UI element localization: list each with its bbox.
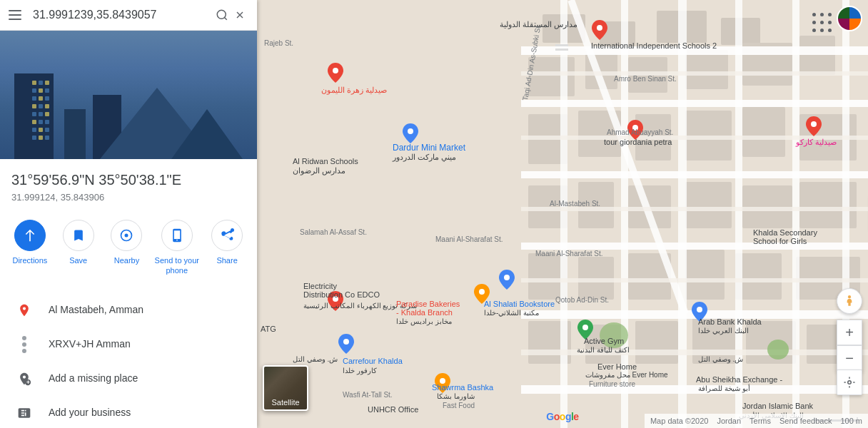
- directions-icon-circle: [14, 220, 46, 251]
- pin-dardur[interactable]: [403, 123, 418, 146]
- coordinates-section: 31°59'56.9"N 35°50'38.1"E 31.999124, 35.…: [0, 159, 257, 208]
- directions-button[interactable]: Directions: [9, 220, 51, 276]
- send-to-phone-icon-circle: [161, 220, 193, 251]
- svg-point-78: [440, 378, 445, 384]
- pin-carrefour[interactable]: [338, 334, 354, 357]
- mountain2: [171, 109, 243, 159]
- google-logo-g2: g: [565, 411, 571, 422]
- google-logo-o2: o: [560, 411, 565, 422]
- app-dot: [820, 21, 824, 24]
- svg-rect-48: [560, 0, 567, 428]
- directions-label: Directions: [12, 255, 47, 265]
- pin-atg[interactable]: [328, 291, 343, 314]
- svg-point-68: [408, 128, 413, 134]
- svg-rect-55: [521, 71, 868, 76]
- window: [39, 88, 43, 93]
- search-button[interactable]: [213, 6, 231, 24]
- nearby-icon-circle: [111, 220, 142, 251]
- svg-point-60: [600, 322, 628, 348]
- send-to-phone-button[interactable]: Send to your phone: [153, 220, 200, 276]
- svg-point-71: [811, 121, 817, 127]
- window: [45, 128, 49, 132]
- pin-shawrma[interactable]: [435, 373, 450, 396]
- left-panel: ‹: [0, 0, 257, 428]
- svg-rect-43: [521, 100, 868, 107]
- location-item[interactable]: Al Mastabeh, Amman: [0, 293, 257, 327]
- clear-button[interactable]: [231, 6, 248, 24]
- jordan-link[interactable]: Jordan: [717, 417, 741, 425]
- svg-rect-62: [555, 44, 568, 46]
- svg-line-1: [224, 17, 226, 19]
- svg-point-74: [479, 289, 485, 295]
- app-dot: [828, 21, 832, 24]
- user-avatar-button[interactable]: [837, 6, 862, 31]
- menu-button[interactable]: [9, 7, 27, 23]
- svg-rect-45: [521, 243, 868, 250]
- save-button[interactable]: Save: [57, 220, 100, 276]
- nearby-button[interactable]: Nearby: [105, 220, 148, 276]
- add-business-text: Add your business: [49, 406, 131, 420]
- window: [39, 81, 43, 85]
- add-missing-place-item[interactable]: + Add a missing place: [0, 362, 257, 396]
- send-feedback-link[interactable]: Send feedback: [779, 417, 832, 425]
- pin-tour-giordania[interactable]: [627, 120, 643, 143]
- my-location-button[interactable]: [837, 370, 862, 395]
- svg-point-75: [504, 275, 510, 280]
- zoom-out-button[interactable]: −: [837, 345, 862, 371]
- location-text: Al Mastabeh, Amman: [49, 303, 143, 317]
- pin-paradise[interactable]: [474, 284, 490, 307]
- pegman-button[interactable]: [837, 288, 862, 314]
- svg-rect-51: [735, 0, 742, 428]
- map-area[interactable]: مدارس المستقلة الدولية International Ind…: [257, 0, 868, 428]
- add-business-item[interactable]: Add your business: [0, 396, 257, 428]
- search-input[interactable]: [33, 9, 213, 21]
- building2: [64, 109, 86, 159]
- svg-point-76: [582, 325, 588, 330]
- pin-saidalia-arko[interactable]: [806, 116, 822, 139]
- share-button[interactable]: Share: [206, 220, 248, 276]
- svg-rect-49: [621, 0, 628, 428]
- svg-rect-17: [799, 36, 835, 75]
- zoom-in-button[interactable]: +: [837, 320, 862, 345]
- google-logo: Google: [546, 411, 578, 422]
- svg-rect-25: [578, 182, 614, 228]
- plus-code-text: XRXV+JH Amman: [49, 337, 131, 352]
- svg-point-77: [697, 307, 702, 312]
- pin-int-schools[interactable]: [592, 20, 607, 43]
- window: [32, 112, 36, 116]
- window: [32, 88, 36, 93]
- save-label: Save: [69, 255, 87, 265]
- app-dot: [820, 29, 824, 32]
- svg-rect-12: [528, 57, 575, 96]
- svg-point-79: [848, 295, 851, 298]
- google-logo-g: G: [546, 411, 553, 422]
- satellite-preview: Satellite: [264, 367, 307, 409]
- app-dot: [812, 29, 816, 32]
- pin-active-gym[interactable]: [577, 320, 593, 342]
- pin-arab-bank[interactable]: [692, 302, 707, 325]
- plus-code-item[interactable]: XRXV+JH Amman: [0, 327, 257, 362]
- zoom-controls: + −: [837, 320, 862, 371]
- window: [39, 136, 43, 140]
- svg-rect-50: [678, 0, 687, 428]
- satellite-toggle-button[interactable]: Satellite: [263, 365, 308, 411]
- app-dot: [820, 13, 824, 16]
- svg-point-61: [767, 340, 789, 360]
- window: [45, 136, 49, 140]
- windows: [32, 81, 49, 141]
- svg-rect-57: [521, 207, 868, 211]
- nearby-label: Nearby: [114, 255, 139, 265]
- svg-rect-44: [521, 171, 868, 178]
- pin-shalati[interactable]: [499, 270, 515, 292]
- coordinates-decimal: 31.999124, 35.843906: [11, 192, 246, 203]
- plus-code-icon: [11, 336, 37, 353]
- save-icon-circle: [63, 220, 94, 251]
- window: [39, 128, 43, 132]
- svg-rect-59: [521, 350, 868, 355]
- google-apps-button[interactable]: [805, 6, 834, 34]
- map-svg: [257, 0, 868, 428]
- window: [45, 112, 49, 116]
- pin-saidalia-lemon[interactable]: [328, 63, 343, 86]
- terms-link[interactable]: Terms: [750, 417, 771, 425]
- svg-point-80: [848, 381, 852, 384]
